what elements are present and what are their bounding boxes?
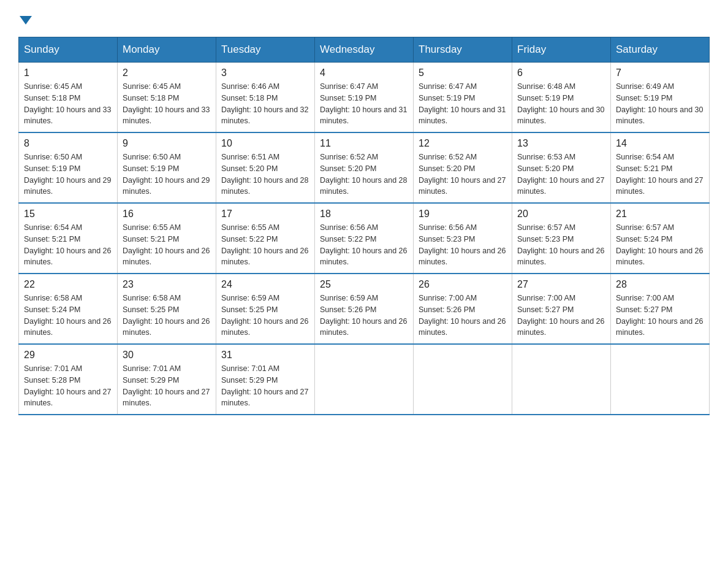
calendar-cell [414,344,512,415]
day-number: 4 [320,67,408,79]
day-number: 3 [221,67,309,79]
day-info: Sunrise: 6:52 AMSunset: 5:20 PMDaylight:… [419,151,507,197]
day-info: Sunrise: 7:01 AMSunset: 5:28 PMDaylight:… [24,363,112,409]
day-info: Sunrise: 6:47 AMSunset: 5:19 PMDaylight:… [320,81,408,127]
day-number: 8 [24,138,112,149]
day-info: Sunrise: 6:51 AMSunset: 5:20 PMDaylight:… [221,151,309,197]
day-info: Sunrise: 6:47 AMSunset: 5:19 PMDaylight:… [419,81,507,127]
calendar-cell: 2Sunrise: 6:45 AMSunset: 5:18 PMDaylight… [118,63,216,133]
day-number: 15 [24,209,112,220]
calendar-cell [512,344,611,415]
day-number: 13 [517,138,605,149]
day-number: 22 [24,279,112,290]
calendar-cell: 3Sunrise: 6:46 AMSunset: 5:18 PMDaylight… [216,63,315,133]
day-number: 27 [517,279,605,290]
calendar-cell: 15Sunrise: 6:54 AMSunset: 5:21 PMDayligh… [19,203,118,274]
calendar-cell: 7Sunrise: 6:49 AMSunset: 5:19 PMDaylight… [611,63,710,133]
calendar-week-3: 15Sunrise: 6:54 AMSunset: 5:21 PMDayligh… [19,203,710,274]
day-number: 10 [221,138,309,149]
day-header-friday: Friday [512,37,611,63]
calendar-cell: 12Sunrise: 6:52 AMSunset: 5:20 PMDayligh… [414,132,512,203]
day-number: 12 [419,138,507,149]
calendar-cell: 1Sunrise: 6:45 AMSunset: 5:18 PMDaylight… [19,63,118,133]
calendar-week-1: 1Sunrise: 6:45 AMSunset: 5:18 PMDaylight… [19,63,710,133]
logo-arrow-icon [20,16,32,25]
day-info: Sunrise: 6:48 AMSunset: 5:19 PMDaylight:… [517,81,605,127]
day-number: 28 [616,279,704,290]
calendar-cell: 16Sunrise: 6:55 AMSunset: 5:21 PMDayligh… [118,203,216,274]
day-number: 7 [616,67,704,79]
calendar-cell: 31Sunrise: 7:01 AMSunset: 5:29 PMDayligh… [216,344,315,415]
calendar-cell: 24Sunrise: 6:59 AMSunset: 5:25 PMDayligh… [216,274,315,344]
calendar-cell: 30Sunrise: 7:01 AMSunset: 5:29 PMDayligh… [118,344,216,415]
calendar-cell: 13Sunrise: 6:53 AMSunset: 5:20 PMDayligh… [512,132,611,203]
day-info: Sunrise: 6:49 AMSunset: 5:19 PMDaylight:… [616,81,704,127]
day-header-monday: Monday [118,37,216,63]
day-info: Sunrise: 6:59 AMSunset: 5:26 PMDaylight:… [320,293,408,339]
calendar-cell [315,344,414,415]
calendar-cell: 22Sunrise: 6:58 AMSunset: 5:24 PMDayligh… [19,274,118,344]
day-info: Sunrise: 6:58 AMSunset: 5:24 PMDaylight:… [24,293,112,339]
calendar-week-2: 8Sunrise: 6:50 AMSunset: 5:19 PMDaylight… [19,132,710,203]
day-info: Sunrise: 7:01 AMSunset: 5:29 PMDaylight:… [123,363,211,409]
day-number: 6 [517,67,605,79]
day-info: Sunrise: 7:01 AMSunset: 5:29 PMDaylight:… [221,363,309,409]
calendar-cell [611,344,710,415]
calendar-cell: 5Sunrise: 6:47 AMSunset: 5:19 PMDaylight… [414,63,512,133]
calendar-cell: 26Sunrise: 7:00 AMSunset: 5:26 PMDayligh… [414,274,512,344]
day-info: Sunrise: 6:59 AMSunset: 5:25 PMDaylight:… [221,293,309,339]
calendar-cell: 19Sunrise: 6:56 AMSunset: 5:23 PMDayligh… [414,203,512,274]
day-header-sunday: Sunday [19,37,118,63]
day-info: Sunrise: 6:54 AMSunset: 5:21 PMDaylight:… [616,151,704,197]
day-info: Sunrise: 6:58 AMSunset: 5:25 PMDaylight:… [123,293,211,339]
calendar-cell: 9Sunrise: 6:50 AMSunset: 5:19 PMDaylight… [118,132,216,203]
day-info: Sunrise: 6:56 AMSunset: 5:23 PMDaylight:… [419,222,507,268]
day-number: 31 [221,350,309,361]
calendar-cell: 4Sunrise: 6:47 AMSunset: 5:19 PMDaylight… [315,63,414,133]
day-number: 5 [419,67,507,79]
calendar-cell: 21Sunrise: 6:57 AMSunset: 5:24 PMDayligh… [611,203,710,274]
day-info: Sunrise: 6:45 AMSunset: 5:18 PMDaylight:… [123,81,211,127]
day-number: 21 [616,209,704,220]
day-info: Sunrise: 6:50 AMSunset: 5:19 PMDaylight:… [123,151,211,197]
day-info: Sunrise: 6:46 AMSunset: 5:18 PMDaylight:… [221,81,309,127]
calendar-cell: 25Sunrise: 6:59 AMSunset: 5:26 PMDayligh… [315,274,414,344]
calendar-week-5: 29Sunrise: 7:01 AMSunset: 5:28 PMDayligh… [19,344,710,415]
day-number: 30 [123,350,211,361]
calendar-cell: 29Sunrise: 7:01 AMSunset: 5:28 PMDayligh… [19,344,118,415]
day-number: 19 [419,209,507,220]
day-header-wednesday: Wednesday [315,37,414,63]
day-number: 23 [123,279,211,290]
calendar-cell: 11Sunrise: 6:52 AMSunset: 5:20 PMDayligh… [315,132,414,203]
day-info: Sunrise: 6:45 AMSunset: 5:18 PMDaylight:… [24,81,112,127]
day-number: 24 [221,279,309,290]
day-number: 26 [419,279,507,290]
calendar-table: SundayMondayTuesdayWednesdayThursdayFrid… [18,37,710,415]
day-info: Sunrise: 7:00 AMSunset: 5:26 PMDaylight:… [419,293,507,339]
day-number: 25 [320,279,408,290]
calendar-cell: 10Sunrise: 6:51 AMSunset: 5:20 PMDayligh… [216,132,315,203]
day-number: 11 [320,138,408,149]
logo [18,12,32,25]
calendar-cell: 23Sunrise: 6:58 AMSunset: 5:25 PMDayligh… [118,274,216,344]
calendar-cell: 14Sunrise: 6:54 AMSunset: 5:21 PMDayligh… [611,132,710,203]
day-info: Sunrise: 6:57 AMSunset: 5:23 PMDaylight:… [517,222,605,268]
day-info: Sunrise: 6:50 AMSunset: 5:19 PMDaylight:… [24,151,112,197]
day-number: 9 [123,138,211,149]
calendar-week-4: 22Sunrise: 6:58 AMSunset: 5:24 PMDayligh… [19,274,710,344]
calendar-cell: 8Sunrise: 6:50 AMSunset: 5:19 PMDaylight… [19,132,118,203]
day-header-tuesday: Tuesday [216,37,315,63]
day-number: 29 [24,350,112,361]
calendar-cell: 6Sunrise: 6:48 AMSunset: 5:19 PMDaylight… [512,63,611,133]
day-header-thursday: Thursday [414,37,512,63]
day-number: 16 [123,209,211,220]
day-info: Sunrise: 6:57 AMSunset: 5:24 PMDaylight:… [616,222,704,268]
day-info: Sunrise: 6:53 AMSunset: 5:20 PMDaylight:… [517,151,605,197]
day-number: 2 [123,67,211,79]
calendar-cell: 18Sunrise: 6:56 AMSunset: 5:22 PMDayligh… [315,203,414,274]
day-number: 20 [517,209,605,220]
calendar-cell: 20Sunrise: 6:57 AMSunset: 5:23 PMDayligh… [512,203,611,274]
day-info: Sunrise: 7:00 AMSunset: 5:27 PMDaylight:… [616,293,704,339]
day-header-saturday: Saturday [611,37,710,63]
day-info: Sunrise: 7:00 AMSunset: 5:27 PMDaylight:… [517,293,605,339]
